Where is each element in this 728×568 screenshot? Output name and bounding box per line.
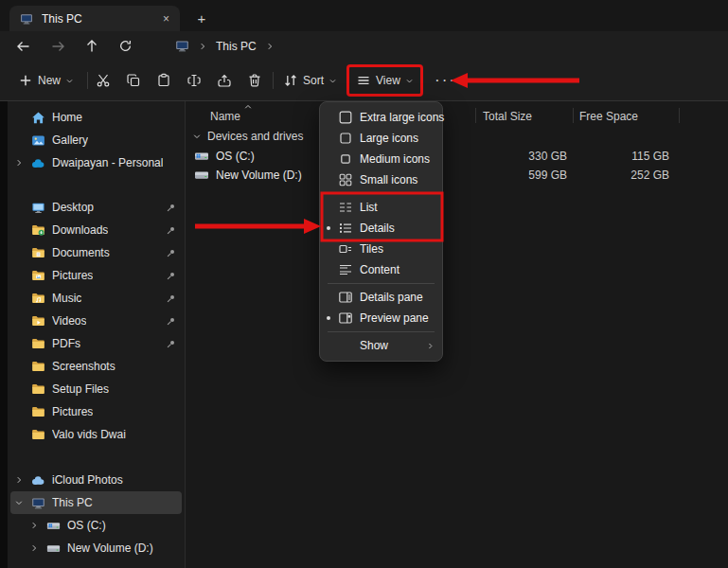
menu-item-content[interactable]: Content bbox=[320, 259, 442, 280]
menu-item-small-icons[interactable]: Small icons bbox=[320, 169, 442, 190]
close-tab-icon[interactable]: × bbox=[160, 12, 172, 26]
menu-separator bbox=[328, 283, 435, 284]
menu-separator bbox=[328, 331, 435, 332]
chevron-down-icon[interactable] bbox=[192, 132, 202, 141]
pin-icon bbox=[166, 271, 176, 281]
sidebar-item-documents[interactable]: Documents bbox=[10, 241, 182, 264]
folder-icon bbox=[30, 336, 45, 351]
sidebar-item-pictures-2[interactable]: Pictures bbox=[10, 400, 182, 423]
chevron-right-icon bbox=[198, 42, 207, 51]
os-drive-icon bbox=[45, 518, 61, 533]
column-header-total-size[interactable]: Total Size bbox=[483, 110, 532, 123]
total-size-value: 599 GB bbox=[489, 169, 567, 182]
sidebar-item-onedrive-personal[interactable]: Dwaipayan - Personal bbox=[10, 151, 182, 174]
menu-item-list[interactable]: List bbox=[320, 197, 442, 218]
videos-folder-icon bbox=[30, 313, 45, 328]
drive-name: OS (C:) bbox=[216, 150, 255, 163]
sidebar-item-this-pc[interactable]: This PC bbox=[10, 491, 182, 514]
group-devices-and-drives[interactable]: Devices and drives bbox=[192, 129, 303, 144]
column-header-free-space[interactable]: Free Space bbox=[579, 110, 638, 123]
drive-row-os-c[interactable]: OS (C:) 330 GB 115 GB bbox=[186, 147, 728, 166]
medium-icons-icon bbox=[338, 151, 353, 167]
small-icons-icon bbox=[338, 172, 353, 187]
menu-item-extra-large-icons[interactable]: Extra large icons bbox=[320, 107, 442, 128]
view-dropdown-menu: Extra large icons Large icons Medium ico… bbox=[319, 101, 443, 362]
cut-button[interactable] bbox=[91, 68, 115, 93]
total-size-value: 330 GB bbox=[489, 150, 567, 163]
sidebar-item-pictures[interactable]: Pictures bbox=[10, 264, 182, 287]
chevron-down-icon[interactable] bbox=[12, 496, 26, 509]
chevron-right-icon[interactable] bbox=[12, 473, 26, 487]
file-explorer-window: This PC × + This PC New bbox=[0, 0, 728, 568]
new-button[interactable]: New bbox=[13, 68, 79, 93]
drive-row-new-volume-d[interactable]: New Volume (D:) 599 GB 252 GB bbox=[186, 166, 728, 185]
menu-item-details-pane[interactable]: Details pane bbox=[320, 287, 442, 308]
drive-icon bbox=[194, 168, 209, 183]
share-button[interactable] bbox=[212, 68, 237, 93]
chevron-right-icon[interactable] bbox=[12, 156, 26, 169]
chevron-down-icon bbox=[405, 77, 414, 85]
titlebar: This PC × + bbox=[0, 0, 728, 31]
sidebar-item-videos[interactable]: Videos bbox=[10, 310, 182, 332]
sidebar-item-os-c[interactable]: OS (C:) bbox=[10, 514, 182, 537]
column-separator[interactable] bbox=[475, 108, 476, 123]
os-drive-icon bbox=[194, 149, 209, 164]
folder-icon bbox=[30, 404, 45, 419]
chevron-right-icon[interactable] bbox=[265, 42, 275, 51]
folder-icon bbox=[30, 382, 45, 397]
column-header-name[interactable]: Name bbox=[210, 110, 240, 123]
navigation-pane: Home Gallery Dwaipayan - Personal Deskto… bbox=[8, 101, 186, 568]
menu-item-details[interactable]: Details bbox=[320, 218, 442, 239]
home-icon bbox=[30, 110, 45, 125]
pin-icon bbox=[166, 316, 176, 327]
sidebar-item-downloads[interactable]: Downloads bbox=[10, 219, 182, 241]
sidebar-item-screenshots[interactable]: Screenshots bbox=[10, 355, 182, 378]
up-button[interactable] bbox=[83, 38, 99, 54]
pictures-folder-icon bbox=[30, 268, 45, 283]
this-pc-icon bbox=[30, 495, 45, 510]
sidebar-item-setup-files[interactable]: Setup Files bbox=[10, 378, 182, 400]
toolbar-separator bbox=[273, 72, 274, 89]
gallery-icon bbox=[30, 133, 45, 148]
view-button[interactable]: View bbox=[351, 68, 418, 93]
folder-icon bbox=[30, 427, 45, 442]
more-options-button[interactable]: ··· bbox=[430, 71, 461, 90]
sidebar-item-music[interactable]: Music bbox=[10, 287, 182, 310]
menu-item-show[interactable]: Show bbox=[320, 335, 442, 356]
menu-item-preview-pane[interactable]: Preview pane bbox=[320, 308, 442, 328]
rename-button[interactable] bbox=[182, 68, 206, 93]
details-pane-icon bbox=[338, 290, 353, 305]
sort-button[interactable]: Sort bbox=[278, 68, 342, 93]
breadcrumb-this-pc[interactable]: This PC bbox=[216, 40, 257, 53]
forward-button[interactable] bbox=[49, 38, 65, 54]
folder-icon bbox=[30, 359, 45, 374]
window-left-margin bbox=[0, 101, 8, 568]
back-button[interactable] bbox=[15, 38, 31, 54]
sidebar-item-gallery[interactable]: Gallery bbox=[10, 129, 182, 151]
refresh-button[interactable] bbox=[117, 38, 133, 54]
details-view-icon bbox=[338, 221, 353, 236]
chevron-right-icon[interactable] bbox=[27, 541, 41, 555]
pin-icon bbox=[166, 203, 176, 213]
tab-this-pc[interactable]: This PC × bbox=[9, 6, 180, 31]
sidebar-item-pdfs[interactable]: PDFs bbox=[10, 332, 182, 355]
chevron-right-icon[interactable] bbox=[27, 519, 41, 532]
sidebar-item-icloud-photos[interactable]: iCloud Photos bbox=[10, 469, 182, 491]
menu-item-medium-icons[interactable]: Medium icons bbox=[320, 149, 442, 169]
column-separator[interactable] bbox=[679, 108, 680, 123]
column-separator[interactable] bbox=[573, 108, 574, 123]
delete-button[interactable] bbox=[242, 68, 267, 93]
sidebar-item-desktop[interactable]: Desktop bbox=[10, 196, 182, 219]
new-button-label: New bbox=[38, 74, 61, 87]
command-bar: New Sort View ··· bbox=[0, 61, 728, 101]
sidebar-item-new-volume-d[interactable]: New Volume (D:) bbox=[10, 537, 182, 559]
sidebar-item-valo-vids-dwai[interactable]: Valo vids Dwai bbox=[10, 423, 182, 446]
menu-item-tiles[interactable]: Tiles bbox=[320, 239, 442, 259]
new-tab-button[interactable]: + bbox=[191, 10, 212, 27]
sidebar-item-home[interactable]: Home bbox=[10, 106, 182, 129]
free-space-value: 252 GB bbox=[592, 169, 669, 182]
copy-button[interactable] bbox=[121, 68, 146, 93]
menu-item-large-icons[interactable]: Large icons bbox=[320, 128, 442, 149]
view-button-label: View bbox=[376, 74, 400, 87]
paste-button[interactable] bbox=[151, 68, 176, 93]
